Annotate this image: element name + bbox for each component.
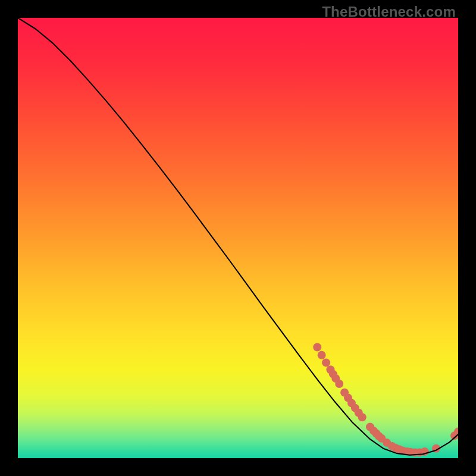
scatter-points [313,343,458,457]
chart-overlay [18,18,458,458]
curve-line [18,18,458,455]
scatter-point [318,351,326,359]
scatter-point [313,343,321,352]
scatter-point [335,380,343,388]
scatter-point [322,358,330,367]
plot-area [18,18,458,458]
scatter-point [358,413,367,421]
